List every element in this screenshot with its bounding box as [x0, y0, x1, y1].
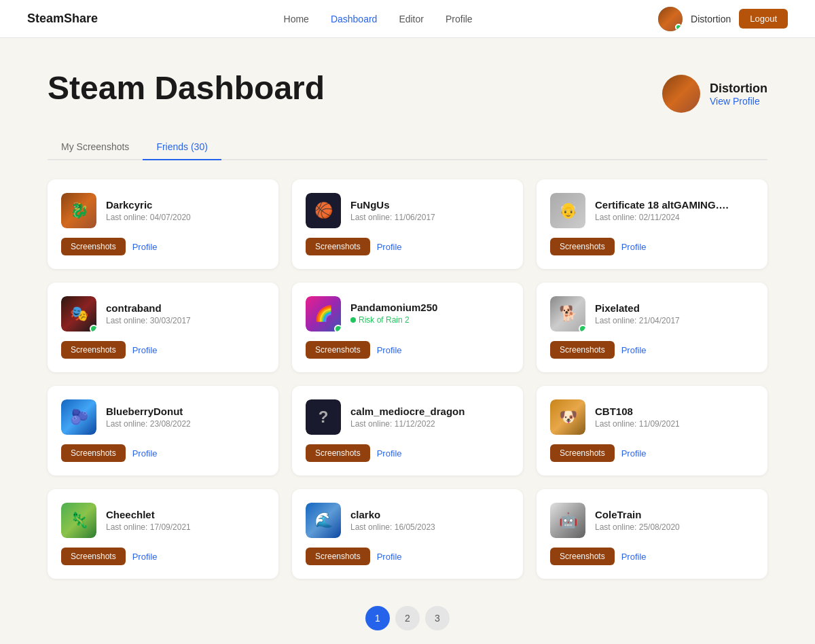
friend-card-top: 🐉 Darkcyric Last online: 04/07/2020 [61, 193, 265, 228]
profile-link[interactable]: Profile [132, 242, 158, 252]
friend-last-online: Last online: 04/07/2020 [106, 213, 265, 222]
logout-button[interactable]: Logout [739, 9, 788, 29]
navbar-username: Distortion [691, 14, 731, 24]
nav-home[interactable]: Home [284, 14, 309, 24]
profile-link[interactable]: Profile [621, 448, 647, 459]
profile-link[interactable]: Profile [621, 345, 647, 355]
page-button-3[interactable]: 3 [425, 606, 450, 630]
friend-card: 🌊 clarko Last online: 16/05/2023 Screens… [292, 489, 523, 579]
friend-card-top: 🌊 clarko Last online: 16/05/2023 [306, 503, 509, 538]
screenshots-button[interactable]: Screenshots [306, 238, 370, 255]
friend-last-online: Last online: 30/03/2017 [106, 316, 265, 325]
nav-editor[interactable]: Editor [399, 14, 424, 24]
friend-info: clarko Last online: 16/05/2023 [350, 509, 509, 532]
friend-actions: Screenshots Profile [61, 444, 265, 462]
friend-last-online: Last online: 17/09/2021 [106, 522, 265, 532]
navbar-right: Distortion Logout [658, 7, 788, 31]
friend-avatar: 🌈 [306, 296, 341, 332]
friend-name: contraband [106, 302, 265, 314]
friend-info: ColeTrain Last online: 25/08/2020 [595, 509, 754, 532]
page-button-1[interactable]: 1 [365, 606, 390, 630]
screenshots-button[interactable]: Screenshots [550, 548, 615, 565]
friend-card-top: 🎭 contraband Last online: 30/03/2017 [61, 296, 265, 332]
profile-link[interactable]: Profile [132, 448, 158, 459]
screenshots-button[interactable]: Screenshots [61, 341, 126, 359]
online-indicator [334, 325, 341, 332]
profile-link[interactable]: Profile [621, 242, 647, 252]
pagination: 123 [48, 606, 767, 630]
page-button-2[interactable]: 2 [395, 606, 420, 630]
friend-avatar: 🦎 [61, 503, 96, 538]
screenshots-button[interactable]: Screenshots [61, 444, 126, 462]
friend-name: Cheechlet [106, 509, 265, 520]
friend-card: 🏀 FuNgUs Last online: 11/06/2017 Screens… [292, 179, 523, 269]
profile-link[interactable]: Profile [377, 242, 402, 252]
tabs-container: My Screenshots Friends (30) [48, 135, 767, 160]
friend-name: clarko [350, 509, 509, 520]
user-info-block: Distortion View Profile [662, 75, 767, 113]
friend-info: calm_mediocre_dragon Last online: 11/12/… [350, 406, 509, 429]
friend-avatar: 🫐 [61, 399, 96, 435]
screenshots-button[interactable]: Screenshots [550, 238, 615, 255]
tab-my-screenshots[interactable]: My Screenshots [48, 135, 143, 160]
screenshots-button[interactable]: Screenshots [306, 341, 370, 359]
friend-card: 🦎 Cheechlet Last online: 17/09/2021 Scre… [48, 489, 278, 579]
screenshots-button[interactable]: Screenshots [306, 444, 370, 462]
friend-info: Certificate 18 altGAMING…. Last online: … [595, 199, 754, 222]
friend-game: Risk of Rain 2 [350, 315, 509, 325]
friend-actions: Screenshots Profile [550, 548, 754, 565]
online-indicator [579, 325, 585, 332]
screenshots-button[interactable]: Screenshots [306, 548, 370, 565]
profile-link[interactable]: Profile [621, 552, 647, 562]
friend-avatar: 👴 [550, 193, 585, 228]
navbar: SteamShare Home Dashboard Editor Profile… [0, 0, 815, 38]
profile-link[interactable]: Profile [377, 552, 402, 562]
friend-name: Darkcyric [106, 199, 265, 211]
page-title: Steam Dashboard [48, 71, 325, 107]
friend-card-top: 👴 Certificate 18 altGAMING…. Last online… [550, 193, 754, 228]
tab-friends[interactable]: Friends (30) [143, 135, 221, 160]
nav-dashboard[interactable]: Dashboard [331, 14, 378, 24]
friend-card: 🐕 Pixelated Last online: 21/04/2017 Scre… [537, 283, 767, 372]
view-profile-link[interactable]: View Profile [710, 96, 767, 107]
profile-link[interactable]: Profile [377, 345, 402, 355]
friend-actions: Screenshots Profile [306, 548, 509, 565]
screenshots-button[interactable]: Screenshots [61, 238, 126, 255]
online-indicator [90, 325, 96, 332]
friend-name: FuNgUs [350, 199, 509, 211]
friend-card: 🤖 ColeTrain Last online: 25/08/2020 Scre… [537, 489, 767, 579]
screenshots-button[interactable]: Screenshots [550, 444, 615, 462]
friend-last-online: Last online: 23/08/2022 [106, 419, 265, 429]
friend-actions: Screenshots Profile [550, 341, 754, 359]
friend-card-top: 🦎 Cheechlet Last online: 17/09/2021 [61, 503, 265, 538]
friend-game-name: Risk of Rain 2 [359, 315, 410, 325]
friend-info: Pixelated Last online: 21/04/2017 [595, 302, 754, 325]
friend-actions: Screenshots Profile [306, 238, 509, 255]
friend-info: Cheechlet Last online: 17/09/2021 [106, 509, 265, 532]
friend-info: Darkcyric Last online: 04/07/2020 [106, 199, 265, 222]
friend-name: Pandamonium250 [350, 302, 509, 313]
screenshots-button[interactable]: Screenshots [61, 548, 126, 565]
nav-profile[interactable]: Profile [446, 14, 473, 24]
friend-name: BlueberryDonut [106, 406, 265, 417]
friend-avatar: 🐉 [61, 193, 96, 228]
friend-last-online: Last online: 02/11/2024 [595, 213, 754, 222]
friend-card: 🫐 BlueberryDonut Last online: 23/08/2022… [48, 386, 278, 476]
friend-avatar: 🎭 [61, 296, 96, 332]
friend-card: 🐉 Darkcyric Last online: 04/07/2020 Scre… [48, 179, 278, 269]
friend-actions: Screenshots Profile [61, 238, 265, 255]
brand-logo: SteamShare [27, 12, 98, 26]
friend-last-online: Last online: 21/04/2017 [595, 316, 754, 325]
friend-last-online: Last online: 11/09/2021 [595, 419, 754, 429]
screenshots-button[interactable]: Screenshots [550, 341, 615, 359]
friend-actions: Screenshots Profile [306, 341, 509, 359]
friend-last-online: Last online: 11/12/2022 [350, 419, 509, 429]
friend-card-top: 🏀 FuNgUs Last online: 11/06/2017 [306, 193, 509, 228]
friend-card: 🐶 CBT108 Last online: 11/09/2021 Screens… [537, 386, 767, 476]
navbar-avatar [658, 7, 683, 31]
friend-card: 🌈 Pandamonium250 Risk of Rain 2 Screensh… [292, 283, 523, 372]
profile-link[interactable]: Profile [377, 448, 402, 459]
profile-link[interactable]: Profile [132, 552, 158, 562]
friend-card-top: 🐶 CBT108 Last online: 11/09/2021 [550, 399, 754, 435]
profile-link[interactable]: Profile [132, 345, 158, 355]
